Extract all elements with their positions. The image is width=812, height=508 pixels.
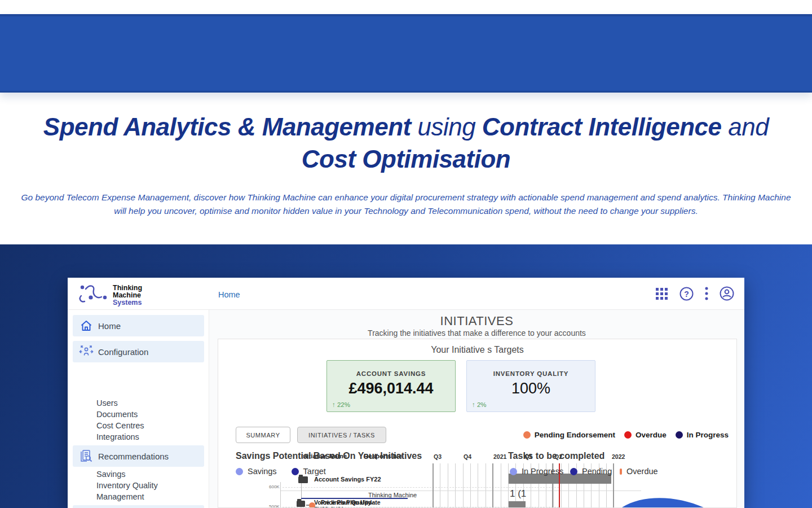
gantt-count-label: 1 (1 bbox=[510, 488, 526, 500]
chart-axis-line bbox=[280, 491, 641, 491]
kpi-label: INVENTORY QUALITY bbox=[467, 370, 595, 377]
logo-line-3: Systems bbox=[113, 299, 142, 306]
kpi-label: ACCOUNT SAVINGS bbox=[327, 370, 455, 377]
folder-icon[interactable] bbox=[298, 476, 308, 483]
initiatives-title: INITIATIVES bbox=[209, 314, 744, 329]
legend-label: Overdue bbox=[636, 431, 667, 439]
legend-label: Savings bbox=[248, 467, 277, 476]
sidebar-item-cost-centres[interactable]: Cost Centres bbox=[96, 420, 144, 431]
legend-in-progress-right: In Progress bbox=[510, 467, 570, 476]
targets-panel-title: Your Initiative s Targets bbox=[218, 345, 736, 355]
legend-target: Target bbox=[292, 467, 326, 476]
status-legend: Pending Endorsement Overdue In Progress bbox=[523, 427, 729, 443]
app-screenshot-window: Thinking Machine Systems Home ? bbox=[68, 278, 744, 508]
legend-label: Overdue bbox=[626, 467, 658, 476]
legend-pending-right: Pending bbox=[570, 467, 620, 476]
right-chart-legend: In Progress Pending Overdue bbox=[510, 467, 658, 476]
title-seg-2: using bbox=[411, 113, 482, 141]
quarter-label-q3: Q3 bbox=[434, 453, 442, 460]
y-tick-500k: 500K bbox=[269, 504, 280, 508]
sidebar-item-configuration[interactable]: Configuration bbox=[73, 341, 204, 362]
overdue-dot-icon bbox=[624, 431, 632, 439]
legend-pending-endorsement: Pending Endorsement bbox=[523, 431, 615, 439]
legend-in-progress: In Progress bbox=[676, 431, 729, 439]
svg-text:?: ? bbox=[684, 289, 689, 298]
legend-label: Target bbox=[303, 467, 326, 476]
sidebar-sub-label: Inventory Quality bbox=[96, 481, 158, 490]
in-progress-dot-icon bbox=[676, 431, 683, 439]
gridline-600k bbox=[283, 487, 559, 488]
configuration-icon bbox=[79, 344, 94, 359]
app-logo[interactable]: Thinking Machine Systems bbox=[77, 282, 142, 309]
sidebar-item-home[interactable]: Home bbox=[73, 315, 204, 336]
legend-overdue: Overdue bbox=[624, 431, 667, 439]
recommendations-icon bbox=[79, 449, 94, 463]
sidebar-item-savings[interactable]: Savings bbox=[96, 468, 126, 480]
more-vertical-icon[interactable] bbox=[705, 287, 708, 300]
kpi-value: £496,014.44 bbox=[327, 380, 455, 397]
sidebar-item-management[interactable]: Management bbox=[96, 491, 144, 502]
sidebar-item-recommendations[interactable]: Recommendations bbox=[73, 445, 204, 467]
left-chart-legend: Savings Target bbox=[236, 467, 326, 476]
sidebar-sub-label: Users bbox=[96, 398, 118, 408]
app-header: Thinking Machine Systems Home ? bbox=[68, 278, 744, 310]
sidebar-item-label: Home bbox=[98, 321, 121, 331]
sidebar: Home Configuration Users Documents Cost … bbox=[68, 310, 209, 508]
help-icon[interactable]: ? bbox=[679, 287, 694, 301]
page-title: Spend Analytics & Management using Contr… bbox=[23, 111, 789, 175]
logo-line-2: Machine bbox=[113, 291, 141, 299]
sidebar-sub-label: Savings bbox=[96, 470, 126, 479]
kpi-account-savings: ACCOUNT SAVINGS £496,014.44 ↑ 22% bbox=[326, 360, 456, 412]
pie-slice bbox=[616, 495, 706, 508]
sidebar-sub-label: Cost Centres bbox=[96, 421, 144, 430]
target-dot-icon bbox=[292, 468, 299, 475]
gantt-major-gridline bbox=[433, 463, 434, 508]
title-seg-1: Spend Analytics & Management bbox=[43, 113, 411, 141]
legend-label: Pending bbox=[582, 467, 612, 476]
year-label-2022: 2022 bbox=[612, 453, 625, 460]
legend-label: In Progress bbox=[687, 431, 729, 439]
tab-summary[interactable]: SUMMARY bbox=[236, 427, 290, 443]
sidebar-sub-label: Management bbox=[96, 492, 144, 501]
sidebar-sub-label: Documents bbox=[96, 410, 138, 419]
top-blue-band bbox=[0, 14, 812, 93]
kpi-delta: ↑ 22% bbox=[332, 401, 350, 408]
initiatives-subtitle: Tracking the initiatives that make a dif… bbox=[209, 329, 744, 338]
sidebar-item-documents[interactable]: Documents bbox=[96, 409, 138, 420]
right-chart-title: Tasks to be completed bbox=[508, 451, 604, 461]
initiative-row-label[interactable]: Account Savings FY22 bbox=[314, 476, 381, 483]
title-seg-3: Contract Intelligence bbox=[482, 113, 722, 141]
sidebar-item-integrations[interactable]: Integrations bbox=[96, 431, 139, 443]
page-subtitle: Go beyond Telecom Expense Management, di… bbox=[18, 191, 794, 218]
breadcrumb-home[interactable]: Home bbox=[218, 290, 240, 299]
sidebar-item-label: Configuration bbox=[98, 347, 148, 357]
header-icon-group: ? bbox=[655, 286, 734, 301]
apps-grid-icon[interactable] bbox=[655, 287, 668, 300]
legend-label: Pending Endorsement bbox=[535, 431, 615, 439]
legend-label: In Progress bbox=[522, 467, 563, 476]
left-chart-title: Savings Potential Based On Your Initiati… bbox=[236, 451, 422, 461]
in-progress-dot-icon bbox=[510, 468, 517, 475]
sidebar-item-label: Recommendations bbox=[98, 452, 169, 461]
y-axis-line bbox=[280, 482, 281, 508]
targets-panel: Your Initiative s Targets ACCOUNT SAVING… bbox=[218, 339, 737, 508]
folder-icon[interactable] bbox=[297, 501, 305, 507]
kpi-inventory-quality: INVENTORY QUALITY 100% ↑ 2% bbox=[466, 360, 595, 412]
sidebar-item-analytics[interactable]: Analytics bbox=[73, 505, 204, 508]
gantt-bar[interactable] bbox=[509, 501, 526, 508]
initiative-row-label-overlap: Price Plan Quality- bbox=[321, 499, 373, 506]
main-content: INITIATIVES Tracking the initiatives tha… bbox=[209, 310, 744, 508]
sidebar-item-users[interactable]: Users bbox=[96, 397, 118, 409]
home-icon bbox=[79, 319, 94, 332]
kpi-value: 100% bbox=[467, 380, 595, 397]
gantt-major-gridline bbox=[492, 463, 493, 508]
kpi-delta: ↑ 2% bbox=[472, 401, 487, 408]
legend-overdue-right: Overdue bbox=[620, 467, 658, 476]
pending-dot-icon bbox=[523, 431, 531, 439]
pending-dot-icon bbox=[570, 468, 577, 475]
quarter-label-q4: Q4 bbox=[464, 453, 471, 460]
account-icon[interactable] bbox=[720, 286, 734, 301]
overdue-clipped-dot-icon bbox=[620, 468, 622, 475]
sidebar-item-inventory-quality[interactable]: Inventory Quality bbox=[96, 480, 158, 491]
tab-initiatives-tasks[interactable]: INITIATIVES / TASKS bbox=[297, 427, 386, 443]
